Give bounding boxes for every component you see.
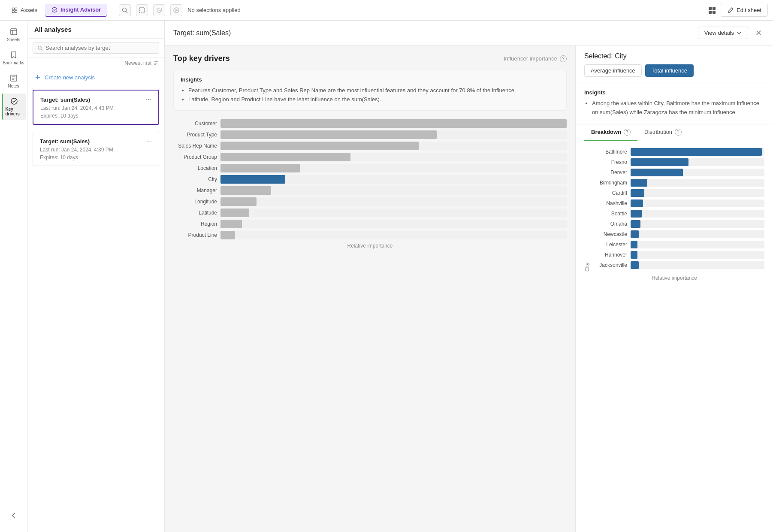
bar-row: City <box>173 175 567 184</box>
right-bar-label: Newcastle <box>592 231 631 237</box>
bar-row: Manager <box>173 186 567 195</box>
right-bar-label: Baltimore <box>592 149 631 155</box>
bar-row: Product Type <box>173 130 567 139</box>
bar-fill <box>220 153 350 161</box>
grid-cell <box>709 11 712 14</box>
right-bar-row: Cardiff <box>592 189 764 197</box>
refresh-icon[interactable] <box>153 4 165 16</box>
search-input[interactable] <box>45 45 154 51</box>
sort-icon <box>153 60 159 66</box>
right-bar-track <box>631 210 764 218</box>
card-menu-2[interactable]: ··· <box>146 137 152 145</box>
sidebar-item-sheets[interactable]: Sheets <box>2 24 26 45</box>
sheets-label: Sheets <box>7 37 20 42</box>
right-bar-fill <box>631 230 639 238</box>
plus-icon <box>34 74 41 81</box>
sidebar-item-notes[interactable]: Notes <box>2 70 26 92</box>
insight-bullet-2: Latitude, Region and Product Line have t… <box>188 95 559 104</box>
bar-fill <box>220 142 419 150</box>
bar-track <box>220 130 567 139</box>
right-bar-label: Nashville <box>592 200 631 206</box>
detail-insight-1: Among the values within City, Baltimore … <box>592 99 764 117</box>
analysis-panel: All analyses Newest first Create new ana… <box>27 21 165 532</box>
bar-fill <box>220 220 242 228</box>
breakdown-label: Breakdown <box>591 129 621 135</box>
grid-icon[interactable] <box>709 7 716 14</box>
card-header-1: Target: sum(Sales) ··· <box>40 96 151 103</box>
bar-chart: CustomerProduct TypeSales Rep NameProduc… <box>173 119 567 239</box>
bar-fill <box>220 197 257 206</box>
breakdown-info-icon[interactable]: ? <box>624 129 631 136</box>
right-bar-fill <box>631 220 640 228</box>
bar-track <box>220 164 567 172</box>
svg-line-6 <box>126 11 128 13</box>
right-bar-row: Newcastle <box>592 230 764 238</box>
magnify-icon[interactable] <box>119 4 131 16</box>
close-button[interactable]: ✕ <box>752 27 764 39</box>
right-bar-fill <box>631 169 683 176</box>
right-bar-row: Omaha <box>592 220 764 228</box>
detail-tabs-row: Average influence Total influence <box>584 64 764 77</box>
sidebar-item-key-drivers[interactable]: Key drivers <box>2 94 26 120</box>
right-bar-row: Jacksonville <box>592 261 764 269</box>
analysis-card-2[interactable]: Target: sum(Sales) ··· Last run: Jan 24,… <box>33 132 159 166</box>
svg-point-5 <box>123 8 127 12</box>
analysis-card-active[interactable]: Target: sum(Sales) ··· Last run: Jan 24,… <box>33 90 159 125</box>
right-bar-row: Fresno <box>592 158 764 166</box>
notes-label: Notes <box>8 84 19 88</box>
sidebar-item-bookmarks[interactable]: Bookmarks <box>2 47 26 69</box>
right-bar-fill <box>631 189 644 197</box>
bar-track <box>220 142 567 150</box>
card-title-2: Target: sum(Sales) <box>40 138 90 145</box>
search-icon <box>37 45 43 51</box>
breakdown-tab[interactable]: Breakdown ? <box>584 124 637 141</box>
bar-track <box>220 186 567 195</box>
view-details-button[interactable]: View details <box>698 27 748 39</box>
topbar-left: Assets Insight Advisor <box>5 4 107 17</box>
card-meta-expires-1: Expires: 10 days <box>40 113 151 119</box>
topbar-right: Edit sheet <box>709 4 768 17</box>
grid-cell <box>713 7 716 10</box>
play-icon[interactable] <box>170 4 182 16</box>
card-header-2: Target: sum(Sales) ··· <box>40 137 152 145</box>
distribution-tab[interactable]: Distribution ? <box>637 124 688 141</box>
bar-fill <box>220 186 271 195</box>
total-influence-tab[interactable]: Total influence <box>645 64 694 77</box>
bar-track <box>220 175 567 184</box>
detail-selected-title: Selected: City <box>584 52 764 60</box>
bar-label: Product Type <box>173 132 220 138</box>
right-bar-row: Leicester <box>592 241 764 248</box>
x-axis-label: Relative importance <box>173 243 567 249</box>
right-x-axis-label: Relative importance <box>584 275 764 281</box>
right-bar-label: Leicester <box>592 242 631 248</box>
average-influence-tab[interactable]: Average influence <box>584 64 642 77</box>
bar-label: City <box>173 176 220 182</box>
selections-badge: No selections applied <box>187 7 241 13</box>
detail-insights-list: Among the values within City, Baltimore … <box>584 99 764 117</box>
right-bar-label: Seattle <box>592 211 631 217</box>
create-new-analysis-button[interactable]: Create new analysis <box>27 69 164 86</box>
content-target-title: Target: sum(Sales) <box>173 29 231 37</box>
card-meta-last-run-1: Last run: Jan 24, 2024, 4:43 PM <box>40 105 151 111</box>
right-bar-label: Hannover <box>592 252 631 258</box>
assets-tab[interactable]: Assets <box>5 4 43 16</box>
sidebar-collapse-button[interactable] <box>2 508 26 523</box>
right-bar-fill <box>631 241 637 248</box>
edit-sheet-button[interactable]: Edit sheet <box>721 4 768 17</box>
lasso-icon[interactable] <box>136 4 148 16</box>
right-bar-label: Cardiff <box>592 190 631 196</box>
svg-rect-1 <box>15 8 17 10</box>
right-bar-row: Denver <box>592 169 764 176</box>
search-box <box>33 42 159 54</box>
bar-label: Customer <box>173 121 220 127</box>
bar-track <box>220 197 567 206</box>
insight-advisor-label: Insight Advisor <box>60 6 101 13</box>
card-menu-1[interactable]: ··· <box>146 96 151 103</box>
insight-advisor-tab[interactable]: Insight Advisor <box>45 4 107 17</box>
right-bar-track <box>631 241 764 248</box>
influencer-info-icon[interactable]: ? <box>560 55 567 62</box>
distribution-info-icon[interactable]: ? <box>675 129 682 136</box>
insights-title: Insights <box>181 76 559 83</box>
main-layout: Sheets Bookmarks Notes Key drivers All a… <box>0 21 773 532</box>
content-header: Target: sum(Sales) View details ✕ <box>165 21 773 45</box>
